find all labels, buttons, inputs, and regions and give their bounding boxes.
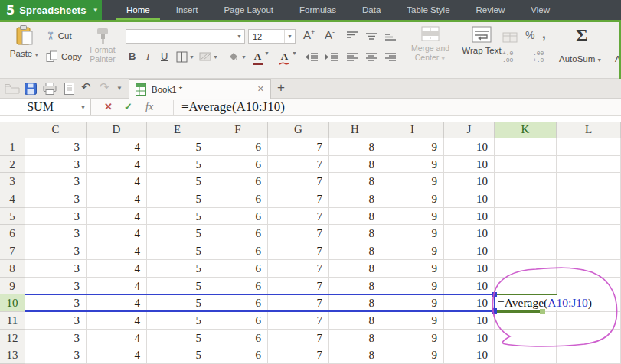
cell-G5[interactable]: 7 bbox=[268, 208, 329, 226]
row-header-6[interactable]: 6 bbox=[0, 225, 25, 242]
column-header-L[interactable]: L bbox=[557, 122, 621, 138]
cell-K13[interactable] bbox=[495, 346, 557, 364]
cell-I7[interactable]: 9 bbox=[381, 242, 444, 260]
cell-D3[interactable]: 4 bbox=[87, 173, 147, 190]
cell-G6[interactable]: 7 bbox=[268, 225, 329, 242]
cell-I8[interactable]: 9 bbox=[381, 260, 444, 278]
column-header-E[interactable]: E bbox=[147, 122, 208, 138]
cell-C7[interactable]: 3 bbox=[25, 242, 87, 260]
decrease-decimal-button[interactable]: .00 +.0 bbox=[533, 50, 544, 63]
borders-button[interactable]: ▼ bbox=[176, 51, 194, 63]
cell-E6[interactable]: 5 bbox=[147, 225, 208, 242]
cell-F5[interactable]: 6 bbox=[208, 208, 268, 226]
cell-C8[interactable]: 3 bbox=[25, 260, 87, 278]
cell-H11[interactable]: 8 bbox=[329, 312, 381, 330]
cell-K8[interactable] bbox=[495, 260, 557, 278]
highlight-color-button[interactable]: A ▼ bbox=[279, 50, 297, 66]
underline-button[interactable]: U bbox=[161, 50, 168, 62]
cell-E12[interactable]: 5 bbox=[147, 330, 208, 347]
new-tab-button[interactable]: + bbox=[277, 80, 285, 96]
cell-L7[interactable] bbox=[557, 242, 621, 260]
cell-K3[interactable] bbox=[495, 173, 557, 190]
bold-button[interactable]: B bbox=[129, 50, 136, 62]
cell-G12[interactable]: 7 bbox=[268, 330, 329, 347]
cell-I4[interactable]: 9 bbox=[381, 190, 444, 208]
close-icon[interactable]: ✕ bbox=[257, 84, 264, 94]
cell-I10[interactable]: 9 bbox=[381, 294, 444, 312]
cell-E2[interactable]: 5 bbox=[147, 156, 208, 174]
cell-F1[interactable]: 6 bbox=[208, 138, 268, 156]
cell-H10[interactable]: 8 bbox=[329, 294, 381, 312]
menu-tab-insert[interactable]: Insert bbox=[163, 0, 211, 20]
cell-I13[interactable]: 9 bbox=[381, 346, 444, 364]
cell-C5[interactable]: 3 bbox=[25, 208, 87, 226]
cell-K2[interactable] bbox=[495, 156, 557, 174]
row-header-7[interactable]: 7 bbox=[0, 242, 25, 260]
cell-E5[interactable]: 5 bbox=[147, 208, 208, 226]
row-header-11[interactable]: 11 bbox=[0, 312, 25, 330]
cell-F13[interactable]: 6 bbox=[208, 346, 268, 364]
cell-G10[interactable]: 7 bbox=[268, 294, 329, 312]
cell-F6[interactable]: 6 bbox=[208, 225, 268, 242]
redo-button[interactable]: ↷ bbox=[100, 80, 109, 94]
cell-L2[interactable] bbox=[557, 156, 621, 174]
cell-D5[interactable]: 4 bbox=[87, 208, 147, 226]
select-all-corner[interactable] bbox=[0, 122, 25, 138]
row-header-13[interactable]: 13 bbox=[0, 346, 25, 364]
cell-F11[interactable]: 6 bbox=[208, 312, 268, 330]
align-middle-button[interactable] bbox=[365, 31, 378, 41]
cell-D1[interactable]: 4 bbox=[87, 138, 147, 156]
row-header-4[interactable]: 4 bbox=[0, 190, 25, 208]
column-header-D[interactable]: D bbox=[87, 122, 147, 138]
cell-L4[interactable] bbox=[557, 190, 621, 208]
cell-I2[interactable]: 9 bbox=[381, 156, 444, 174]
font-name-combo[interactable]: ▼ bbox=[126, 29, 245, 44]
cell-C10[interactable]: 3 bbox=[25, 294, 87, 312]
shading-button[interactable]: ▼ bbox=[199, 51, 218, 62]
cell-I12[interactable]: 9 bbox=[381, 330, 444, 347]
cell-D2[interactable]: 4 bbox=[87, 156, 147, 174]
cell-G1[interactable]: 7 bbox=[268, 138, 329, 156]
cell-H5[interactable]: 8 bbox=[329, 208, 381, 226]
cell-K9[interactable] bbox=[495, 278, 557, 295]
cell-L11[interactable] bbox=[557, 312, 621, 330]
cell-D13[interactable]: 4 bbox=[87, 346, 147, 364]
align-top-button[interactable] bbox=[346, 31, 358, 41]
cell-H7[interactable]: 8 bbox=[329, 242, 381, 260]
cell-J12[interactable]: 10 bbox=[444, 330, 495, 347]
align-bottom-button[interactable] bbox=[384, 31, 397, 41]
cell-L1[interactable] bbox=[557, 138, 621, 156]
cell-J11[interactable]: 10 bbox=[444, 312, 495, 330]
print-button[interactable] bbox=[43, 83, 57, 95]
cell-E7[interactable]: 5 bbox=[147, 242, 208, 260]
cell-E13[interactable]: 5 bbox=[147, 346, 208, 364]
row-header-1[interactable]: 1 bbox=[0, 138, 25, 156]
increase-indent-button[interactable] bbox=[325, 52, 338, 62]
shrink-font-button[interactable]: A- bbox=[325, 28, 335, 41]
column-header-F[interactable]: F bbox=[208, 122, 268, 138]
copy-button[interactable]: Copy bbox=[46, 50, 82, 63]
cell-J13[interactable]: 10 bbox=[444, 346, 495, 364]
column-header-K[interactable]: K bbox=[495, 122, 557, 138]
cell-L3[interactable] bbox=[557, 173, 621, 190]
cell-C2[interactable]: 3 bbox=[25, 156, 87, 174]
cell-H9[interactable]: 8 bbox=[329, 278, 381, 295]
cell-G3[interactable]: 7 bbox=[268, 173, 329, 190]
column-header-I[interactable]: I bbox=[381, 122, 444, 138]
cell-I9[interactable]: 9 bbox=[381, 278, 444, 295]
row-header-9[interactable]: 9 bbox=[0, 278, 25, 295]
cell-K7[interactable] bbox=[495, 242, 557, 260]
insert-function-button[interactable]: fx bbox=[145, 101, 153, 113]
cell-D11[interactable]: 4 bbox=[87, 312, 147, 330]
cell-D10[interactable]: 4 bbox=[87, 294, 147, 312]
cell-F2[interactable]: 6 bbox=[208, 156, 268, 174]
cell-H1[interactable]: 8 bbox=[329, 138, 381, 156]
cell-L13[interactable] bbox=[557, 346, 621, 364]
cell-K11[interactable] bbox=[495, 312, 557, 330]
cell-L8[interactable] bbox=[557, 260, 621, 278]
cell-D4[interactable]: 4 bbox=[87, 190, 147, 208]
cell-G4[interactable]: 7 bbox=[268, 190, 329, 208]
decrease-indent-button[interactable] bbox=[305, 52, 319, 62]
format-painter-button[interactable]: Format Painter bbox=[81, 27, 124, 63]
fill-color-button[interactable]: ▼ bbox=[227, 50, 247, 63]
